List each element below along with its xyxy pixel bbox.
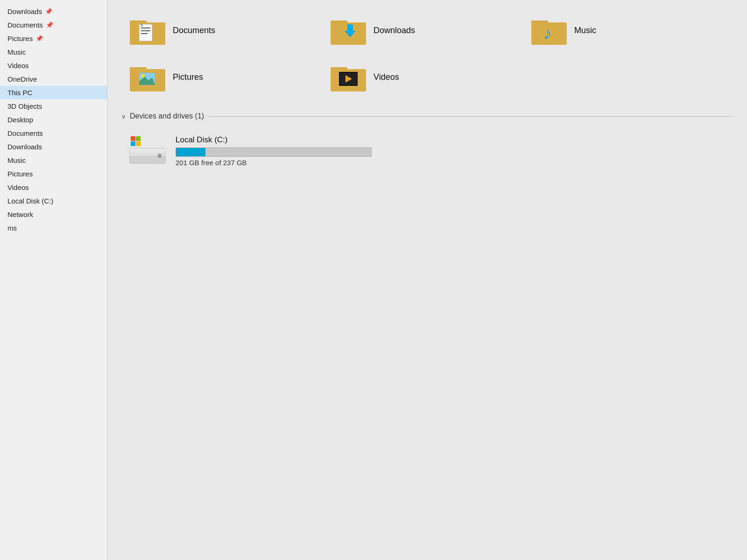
sidebar-item-documents-9[interactable]: Documents [0,126,107,140]
sidebar-item-downloads-0[interactable]: Downloads📌 [0,5,107,18]
main-content: A Documents Downloads ♪ Music Pictures V… [107,0,747,560]
music-folder-icon: ♪ [530,14,568,47]
svg-point-36 [159,155,161,157]
svg-rect-31 [136,141,141,146]
svg-text:♪: ♪ [543,24,552,43]
sidebar-item-onedrive-5[interactable]: OneDrive [0,72,107,86]
folder-label-pictures: Pictures [173,72,203,82]
sidebar-item-label: Documents [7,21,43,29]
drive-bar-container-local-disk-c [176,147,372,157]
sidebar-item-label: Music [7,156,26,164]
pictures-folder-icon [129,61,166,93]
sidebar-item-label: Downloads [7,7,42,15]
sidebar-item-label: Pictures [7,35,33,42]
svg-rect-28 [131,136,135,141]
drive-free-text-local-disk-c: 201 GB free of 237 GB [176,159,372,167]
devices-section-header[interactable]: ∨ Devices and drives (1) [121,112,733,120]
sidebar-item-ms-16[interactable]: ms [0,221,107,235]
svg-rect-29 [136,136,141,141]
sidebar-item-label: Videos [7,183,29,191]
sidebar-item-label: Documents [7,129,43,137]
sidebar-item-downloads-10[interactable]: Downloads [0,140,107,154]
sidebar-item-network-15[interactable]: Network [0,208,107,221]
sidebar-item-label: Downloads [7,143,42,151]
sidebar-item-music-11[interactable]: Music [0,154,107,167]
sidebar-item-desktop-8[interactable]: Desktop [0,113,107,126]
documents-folder-icon: A [129,14,166,47]
folder-label-music: Music [574,26,596,35]
sidebar-item-videos-4[interactable]: Videos [0,59,107,72]
folder-item-documents[interactable]: A Documents [121,9,317,51]
drive-bar-fill-local-disk-c [176,148,205,156]
sidebar-item-this-pc-6[interactable]: This PC [0,86,107,99]
videos-folder-icon [330,61,367,93]
sidebar-item-label: This PC [7,89,32,97]
devices-section-label: Devices and drives (1) [130,112,204,120]
chevron-icon: ∨ [121,113,126,120]
folder-item-pictures[interactable]: Pictures [121,56,317,98]
sidebar-item-label: ms [7,224,17,232]
drive-name-local-disk-c: Local Disk (C:) [176,135,372,145]
sidebar-item-label: 3D Objects [7,102,42,110]
sidebar-item-label: OneDrive [7,75,37,83]
sidebar-item-label: Local Disk (C:) [7,197,53,205]
folder-item-videos[interactable]: Videos [322,56,518,98]
sidebar: Downloads📌Documents📌Pictures📌MusicVideos… [0,0,107,560]
sidebar-item-pictures-12[interactable]: Pictures [0,167,107,181]
sidebar-item-videos-13[interactable]: Videos [0,181,107,194]
folder-label-downloads: Downloads [374,26,415,35]
sidebar-item-3d-objects-7[interactable]: 3D Objects [0,99,107,113]
folder-label-videos: Videos [374,72,399,82]
folder-item-downloads[interactable]: Downloads [322,9,518,51]
pin-icon: 📌 [35,35,43,42]
sidebar-item-label: Network [7,210,33,218]
pin-icon: 📌 [45,8,52,15]
svg-text:A: A [140,23,143,28]
sidebar-item-pictures-2[interactable]: Pictures📌 [0,32,107,45]
drive-item-local-disk-c[interactable]: Local Disk (C:)201 GB free of 237 GB [121,130,355,172]
sidebar-item-music-3[interactable]: Music [0,45,107,59]
sidebar-item-local-disk-(c:)-14[interactable]: Local Disk (C:) [0,194,107,208]
drive-info-local-disk-c: Local Disk (C:)201 GB free of 237 GB [176,135,372,167]
sidebar-item-label: Pictures [7,170,33,178]
pin-icon: 📌 [46,21,53,28]
section-divider [208,116,733,117]
folder-label-documents: Documents [173,26,215,35]
svg-rect-30 [131,141,135,146]
drives-grid: Local Disk (C:)201 GB free of 237 GB [121,130,733,172]
sidebar-item-documents-1[interactable]: Documents📌 [0,18,107,32]
drive-icon-local-disk-c [129,134,166,167]
sidebar-item-label: Music [7,48,26,56]
sidebar-item-label: Desktop [7,116,33,124]
folder-item-music[interactable]: ♪ Music [523,9,719,51]
downloads-folder-icon [330,14,367,47]
folders-grid: A Documents Downloads ♪ Music Pictures V… [121,9,733,98]
sidebar-item-label: Videos [7,62,29,70]
